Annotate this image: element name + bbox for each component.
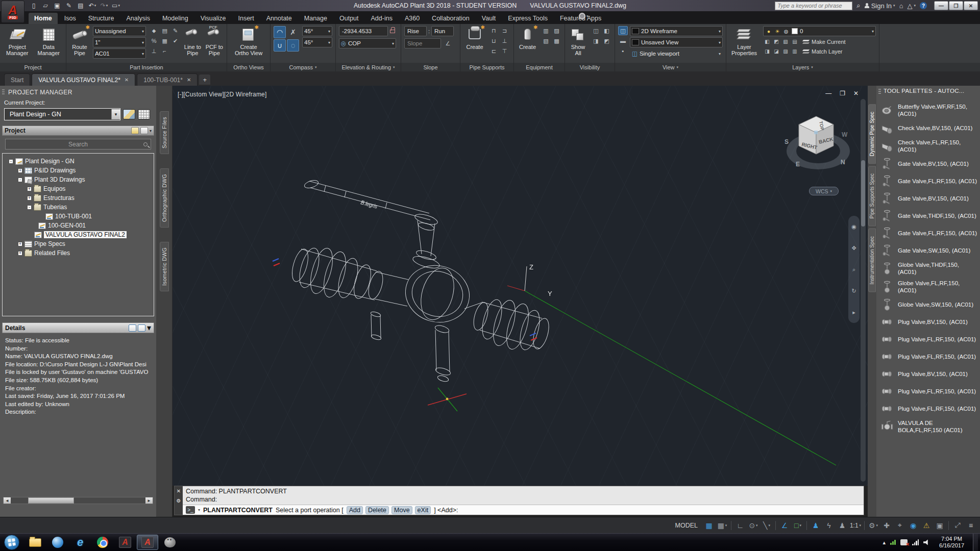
dropdown-arrow-icon[interactable]: ▼ [111,109,120,119]
palette-item[interactable]: Globe Valve,SW,150, (AC01) [877,296,978,313]
open-file-icon[interactable]: ▱ [40,1,51,10]
save-as-icon[interactable]: ✎ [64,1,74,10]
make-current-button[interactable]: Make Current [803,38,846,46]
taskbar-clock[interactable]: 7:04 PM 6/16/2017 [935,536,968,549]
viewport-scrollbar[interactable] [861,99,866,482]
palette-item[interactable]: VALVULA DE BOLA,FL,RF,150 (AC01) [877,417,978,436]
close-tab-icon[interactable]: ✕ [125,77,129,83]
show-all-button[interactable]: Show All [568,26,588,56]
tree-expander[interactable]: + [18,251,22,256]
annotation-scale-icon[interactable]: ♟ [836,519,848,532]
validate-icon[interactable]: ✔ [170,36,180,45]
pan-icon[interactable]: ✥ [851,245,856,252]
layer-state-icon[interactable]: ▥ [791,47,799,55]
palette-item[interactable]: Gate Valve,BV,150, (AC01) [877,190,978,207]
section-menu-caret[interactable]: ▾ [150,129,152,133]
named-view-selector[interactable]: Unsaved View▾ [630,37,723,47]
palette-item[interactable]: Plug Valve,FL,RF,150, (AC01) [877,400,978,417]
line-number-selector[interactable]: AC01▾ [93,48,146,59]
osnap-icon[interactable]: ∠ [778,519,791,532]
tree-item[interactable]: - Tuberias [4,203,153,212]
sign-in-button[interactable]: Sign In▾ [865,2,895,10]
ribbon-tab[interactable]: Visualize [195,13,232,24]
snap-mode-icon[interactable]: ▦ ▾ [716,519,728,532]
minimize-button[interactable]: — [934,1,948,10]
start-button[interactable] [4,535,19,550]
new-tab-button[interactable]: + [199,74,210,85]
hardware-acceleration-icon[interactable]: ◉ [907,519,919,532]
isolate-icon[interactable]: ◩ [602,36,611,45]
details-menu-caret[interactable]: ▾ [147,323,151,333]
layer-off2-icon[interactable]: ◪ [772,47,780,55]
gimp-icon[interactable] [159,535,181,550]
ribbon-tab[interactable]: Isos [59,13,82,24]
pcf-to-pipe-button[interactable]: PCF PCF to Pipe [205,26,224,56]
tree-expander[interactable]: + [18,168,22,173]
viewport-scrollbar-thumb[interactable] [861,160,865,227]
volume-icon[interactable] [923,539,930,545]
compass-angle-1[interactable]: 45°▾ [302,26,332,36]
ortho-mode-icon[interactable]: ∟ [734,519,746,532]
ribbon-tab[interactable]: Analysis [120,13,156,24]
osnap-settings-icon[interactable]: □ ▾ [792,519,804,532]
command-option[interactable]: eXit [415,506,431,514]
project-image-icon[interactable] [123,109,135,119]
layer-freeze-icon[interactable]: ☀ [774,28,781,35]
tag-icon[interactable]: ⬥ [149,26,159,35]
viewport-config-selector[interactable]: ◫Single viewport▾ [630,48,723,59]
size-selector[interactable]: 1"▾ [93,37,146,47]
search-icon[interactable]: ⌕ [856,2,860,10]
performance-warning-icon[interactable]: ⚠ [920,519,933,532]
command-option[interactable]: Move [391,506,412,514]
create-pipe-support-button[interactable]: Create [463,26,486,50]
project-manager-button[interactable]: Project Manager [3,26,32,56]
ribbon-tab[interactable]: Output [334,13,364,24]
elbow-icon[interactable]: ⌐ [160,46,169,56]
steering-wheel-icon[interactable]: ◉ [851,223,856,230]
elevation-input[interactable]: -2934.4533 [339,26,388,36]
placeholder-part-icon[interactable]: % [149,36,159,45]
insert-component-icon[interactable]: ▦ [160,36,169,45]
tree-item[interactable]: + Equipos [4,184,153,193]
layer-selector[interactable]: ●☀◍ 0▾ [763,26,876,36]
viewcube[interactable]: S E N W TOP RIGHT BACK [782,110,859,192]
divider[interactable] [775,521,776,530]
new-drawing-icon[interactable] [131,127,139,134]
palette-item[interactable]: Plug Valve,BV,150, (AC01) [877,313,978,331]
view-dots-icon[interactable]: ▪ [618,46,628,56]
autoscale-icon[interactable]: ϟ [823,519,835,532]
compass-angle-2[interactable]: 45°▾ [302,37,332,47]
support-hanger-icon[interactable]: ⊤ [500,46,509,56]
application-menu-button[interactable]: A P3D [1,1,24,23]
layer-isolate-icon[interactable]: ◧ [763,38,771,45]
tree-item[interactable]: + Pipe Specs [4,239,153,248]
show-hidden-icons[interactable]: ▴ [883,539,886,546]
tree-expander[interactable]: - [27,205,32,210]
close-button[interactable]: ✕ [964,1,978,10]
a360-icon[interactable]: △▾ [907,2,916,10]
tree-item[interactable]: - Plant 3D Drawings [4,175,153,184]
layer-color-swatch[interactable] [792,28,798,34]
compass-off-icon[interactable]: ✗ [287,26,299,38]
annotation-visibility-icon[interactable]: ♟ [810,519,822,532]
ribbon-tab[interactable]: Structure [83,13,120,24]
routing-mode-selector[interactable]: ◎COP▾ [339,38,396,48]
workspace-dropdown-icon[interactable]: ▭▾ [111,1,121,10]
palette-item[interactable]: Check Valve,BV,150, (AC01) [877,119,978,137]
slope-value-field[interactable]: Slope [404,38,441,48]
equipment-convert-icon[interactable]: ▩ [552,36,561,45]
compass-snap-icon[interactable]: ∪ [274,39,286,52]
ribbon-tab[interactable]: Add-ins [365,13,398,24]
layer-properties-button[interactable]: Layer Properties [729,26,759,56]
refresh-icon[interactable] [140,127,148,134]
create-ortho-view-button[interactable]: Create Ortho View [233,26,264,56]
grid-display-icon[interactable]: ▦ [703,519,715,532]
customization-menu-icon[interactable]: ≡ [965,519,977,532]
palette-tab[interactable]: Pipe Supports Spec [868,166,876,226]
polar-tracking-icon[interactable]: ⊙ ▾ [747,519,760,532]
current-project-selector[interactable]: Plant Design - GN ▼ [4,108,120,120]
project-grid-icon[interactable] [138,109,150,119]
tree-expander[interactable]: + [18,242,22,246]
undo-icon[interactable]: ↶▾ [87,1,97,10]
power-plug-icon[interactable] [900,539,908,545]
